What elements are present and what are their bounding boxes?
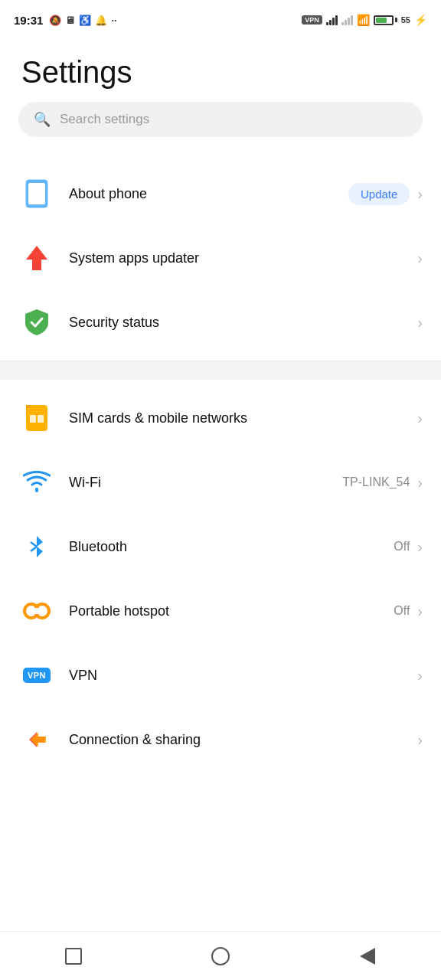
setting-item-vpn[interactable]: VPN VPN ›	[0, 643, 441, 707]
time-display: 19:31	[14, 14, 43, 27]
nav-bar	[0, 931, 441, 980]
security-icon-wrap	[18, 304, 55, 341]
bluetooth-value: Off	[394, 540, 410, 554]
arrow-up-icon	[24, 244, 49, 272]
recents-button[interactable]	[43, 939, 104, 973]
setting-item-system-apps[interactable]: System apps updater ›	[0, 226, 441, 290]
about-phone-label: About phone	[69, 186, 348, 202]
chevron-icon-bluetooth: ›	[417, 538, 423, 556]
vpn-icon-wrap: VPN	[18, 657, 55, 694]
hotspot-value: Off	[394, 604, 410, 618]
search-icon: 🔍	[34, 111, 51, 128]
svg-marker-2	[26, 246, 47, 270]
svg-rect-6	[38, 415, 44, 423]
update-badge[interactable]: Update	[348, 183, 410, 205]
search-bar[interactable]: 🔍 Search settings	[18, 102, 423, 137]
mute-icon: 🔕	[49, 15, 61, 26]
sim-icon	[25, 404, 48, 432]
system-apps-label: System apps updater	[69, 250, 417, 266]
hotspot-icon-wrap	[18, 593, 55, 629]
svg-rect-3	[26, 405, 47, 431]
chevron-icon-connection-sharing: ›	[417, 731, 423, 749]
accessibility-icon: ♿	[79, 15, 91, 26]
home-button[interactable]	[190, 939, 251, 973]
hotspot-label: Portable hotspot	[69, 603, 394, 619]
chevron-icon-wifi: ›	[417, 474, 423, 492]
vpn-icon: VPN	[23, 668, 51, 683]
signal-bars-2	[341, 15, 353, 25]
setting-item-security[interactable]: Security status ›	[0, 290, 441, 354]
cast-icon: 🖥	[65, 15, 75, 26]
signal-bars-1	[326, 15, 338, 25]
back-icon	[360, 948, 375, 965]
wifi-icon	[23, 471, 51, 494]
svg-rect-1	[28, 183, 45, 204]
chevron-icon-vpn: ›	[417, 667, 423, 684]
hotspot-icon	[22, 597, 51, 625]
section-device: About phone Update › System apps updater…	[0, 155, 441, 361]
notification-icons: 🔕 🖥 ♿ 🔔 ··	[49, 15, 116, 26]
section-connectivity: SIM cards & mobile networks › Wi-Fi TP-L…	[0, 380, 441, 778]
section-gap	[0, 361, 441, 380]
setting-item-bluetooth[interactable]: Bluetooth Off ›	[0, 514, 441, 579]
setting-item-wifi[interactable]: Wi-Fi TP-LINK_54 ›	[0, 450, 441, 514]
share-icon	[23, 726, 51, 753]
wifi-icon-wrap	[18, 464, 55, 501]
chevron-icon-sim: ›	[417, 410, 423, 427]
vpn-label: VPN	[69, 668, 417, 684]
chevron-icon-system-apps: ›	[417, 250, 423, 267]
wifi-status-icon: 📶	[357, 14, 370, 26]
connection-sharing-label: Connection & sharing	[69, 732, 417, 748]
page-title: Settings	[0, 37, 441, 102]
home-icon	[211, 947, 230, 965]
battery-indicator	[374, 15, 397, 25]
svg-rect-11	[31, 608, 42, 614]
svg-line-8	[31, 547, 37, 551]
system-apps-icon-wrap	[18, 240, 55, 276]
bluetooth-icon-wrap	[18, 528, 55, 565]
alarm-icon: 🔔	[95, 15, 107, 26]
bluetooth-label: Bluetooth	[69, 539, 394, 555]
status-time-area: 19:31 🔕 🖥 ♿ 🔔 ··	[14, 14, 117, 27]
wifi-value: TP-LINK_54	[342, 475, 410, 489]
sim-label: SIM cards & mobile networks	[69, 410, 417, 426]
chevron-icon-security: ›	[417, 314, 423, 332]
battery-level: 55	[401, 15, 410, 24]
about-phone-icon-wrap	[18, 175, 55, 212]
search-container[interactable]: 🔍 Search settings	[0, 102, 441, 155]
svg-line-7	[31, 542, 37, 547]
bluetooth-icon	[28, 533, 46, 560]
shield-icon	[24, 308, 50, 337]
security-label: Security status	[69, 315, 417, 331]
connection-sharing-icon-wrap	[18, 721, 55, 758]
search-placeholder: Search settings	[60, 112, 149, 127]
setting-item-hotspot[interactable]: Portable hotspot Off ›	[0, 579, 441, 643]
vpn-status-badge: VPN	[302, 15, 322, 24]
charging-icon: ⚡	[414, 14, 427, 26]
chevron-icon-about-phone: ›	[417, 185, 423, 203]
phone-icon	[24, 179, 49, 208]
setting-item-connection-sharing[interactable]: Connection & sharing ›	[0, 707, 441, 772]
setting-item-about-phone[interactable]: About phone Update ›	[0, 162, 441, 226]
chevron-icon-hotspot: ›	[417, 603, 423, 620]
sim-icon-wrap	[18, 400, 55, 436]
dots-icon: ··	[111, 15, 116, 26]
main-content: Settings 🔍 Search settings About phone U…	[0, 37, 441, 778]
recents-icon	[65, 948, 82, 965]
wifi-label: Wi-Fi	[69, 475, 342, 491]
status-bar: 19:31 🔕 🖥 ♿ 🔔 ·· VPN 📶	[0, 0, 441, 37]
setting-item-sim[interactable]: SIM cards & mobile networks ›	[0, 386, 441, 450]
status-right-icons: VPN 📶 55 ⚡	[302, 14, 427, 26]
back-button[interactable]	[337, 939, 398, 973]
svg-rect-5	[30, 415, 36, 423]
